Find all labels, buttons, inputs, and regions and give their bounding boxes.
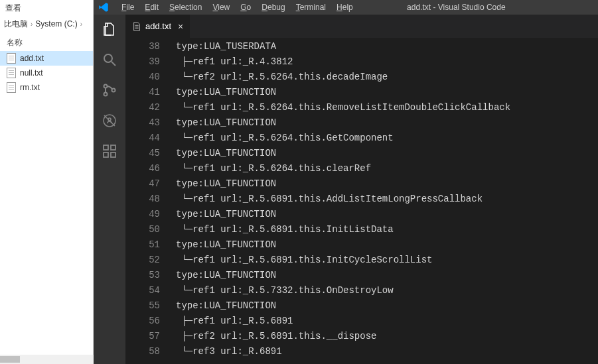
explorer-column-header[interactable]: 名称 (0, 32, 93, 51)
explorer-panel: 查看 比电脑 › System (C:) › 名称 add.txtnull.tx… (0, 0, 94, 364)
line-number: 47 (125, 176, 160, 192)
vscode-window: FileEditSelectionViewGoDebugTerminalHelp… (94, 0, 598, 364)
scrollbar-thumb[interactable] (0, 356, 20, 363)
explorer-view-menu[interactable]: 查看 (5, 3, 21, 14)
activity-bar (94, 15, 125, 364)
line-number: 48 (125, 192, 160, 207)
line-number: 39 (125, 54, 160, 70)
file-icon (132, 22, 141, 31)
code-line[interactable]: type:LUA_TFUNCTION (176, 85, 598, 100)
explorer-file-item[interactable]: add.txt (0, 51, 93, 66)
svg-point-4 (112, 89, 115, 92)
editor-area: add.txt × 383940414243444546474849505152… (125, 15, 598, 364)
code-line[interactable]: type:LUA_TUSERDATA (176, 39, 598, 54)
menu-bar: FileEditSelectionViewGoDebugTerminalHelp (116, 3, 358, 12)
svg-rect-8 (104, 145, 108, 150)
explorer-breadcrumb[interactable]: 比电脑 › System (C:) › (0, 16, 93, 32)
code-line[interactable]: type:LUA_TFUNCTION (176, 146, 598, 161)
file-icon (7, 82, 16, 93)
tab-close-icon[interactable]: × (178, 21, 183, 32)
menu-item-view[interactable]: View (207, 3, 235, 12)
line-number: 43 (125, 115, 160, 131)
file-name-label: null.txt (20, 68, 43, 78)
code-line[interactable]: └─ref1 url:_R.5.6264.this.clearRef (176, 161, 598, 176)
svg-point-7 (108, 118, 111, 121)
menu-item-file[interactable]: File (116, 3, 139, 12)
line-number: 53 (125, 268, 160, 283)
file-name-label: rm.txt (20, 83, 40, 92)
code-line[interactable]: └─ref2 url:_R.5.6264.this.decadeImage (176, 70, 598, 85)
menu-item-terminal[interactable]: Terminal (291, 3, 331, 12)
svg-rect-10 (111, 152, 115, 157)
line-number: 40 (125, 70, 160, 85)
file-name-label: add.txt (20, 54, 44, 63)
svg-rect-9 (104, 152, 108, 157)
code-line[interactable]: type:LUA_TFUNCTION (176, 237, 598, 253)
explorer-file-item[interactable]: null.txt (0, 66, 93, 80)
line-number: 54 (125, 283, 160, 298)
code-line[interactable]: type:LUA_TFUNCTION (176, 176, 598, 192)
menu-item-selection[interactable]: Selection (164, 3, 207, 12)
editor-tab[interactable]: add.txt × (125, 15, 190, 38)
svg-point-3 (104, 93, 108, 96)
titlebar: FileEditSelectionViewGoDebugTerminalHelp… (94, 0, 598, 15)
code-line[interactable]: └─ref1 url:_R.5.6891.this.InitCycleScrol… (176, 253, 598, 268)
search-icon[interactable] (100, 50, 119, 69)
explorer-toolbar[interactable]: 查看 (0, 0, 93, 16)
line-number: 44 (125, 131, 160, 146)
debug-icon[interactable] (100, 111, 119, 130)
code-line[interactable]: type:LUA_TFUNCTION (176, 207, 598, 222)
svg-line-1 (112, 62, 115, 66)
code-line[interactable]: ├─ref1 url:_R.4.3812 (176, 54, 598, 70)
code-line[interactable]: ├─ref1 url:_R.5.6891 (176, 314, 598, 329)
line-number: 49 (125, 207, 160, 222)
chevron-right-icon: › (31, 21, 33, 28)
menu-item-edit[interactable]: Edit (139, 3, 164, 12)
line-number-gutter: 3839404142434445464748495051525354555657… (125, 38, 172, 364)
code-editor[interactable]: 3839404142434445464748495051525354555657… (125, 38, 598, 364)
explorer-file-item[interactable]: rm.txt (0, 80, 93, 95)
window-title: add.txt - Visual Studio Code (358, 3, 594, 12)
code-line[interactable]: └─ref1 url:_R.5.6891.this.AddListItemLon… (176, 192, 598, 207)
code-line[interactable]: type:LUA_TFUNCTION (176, 268, 598, 283)
line-number: 55 (125, 298, 160, 314)
line-number: 56 (125, 314, 160, 329)
code-line[interactable]: ├─ref2 url:_R.5.6891.this.__dispose (176, 329, 598, 344)
tab-bar: add.txt × (125, 15, 598, 38)
line-number: 45 (125, 146, 160, 161)
tab-label: add.txt (145, 21, 171, 31)
vscode-logo-icon (98, 1, 110, 13)
svg-point-0 (104, 54, 112, 62)
file-icon (7, 68, 16, 78)
line-number: 38 (125, 39, 160, 54)
code-line[interactable]: └─ref1 url:_R.5.6891.this.InitListData (176, 222, 598, 237)
menu-item-go[interactable]: Go (235, 3, 256, 12)
code-line[interactable]: └─ref3 url:_R.6891 (176, 344, 598, 359)
files-icon[interactable] (100, 20, 119, 38)
svg-rect-11 (111, 145, 115, 150)
git-icon[interactable] (100, 81, 119, 99)
line-number: 42 (125, 100, 160, 115)
menu-item-help[interactable]: Help (331, 3, 358, 12)
line-number: 51 (125, 237, 160, 253)
extensions-icon[interactable] (100, 142, 119, 160)
code-line[interactable]: type:LUA_TFUNCTION (176, 298, 598, 314)
breadcrumb-part[interactable]: System (C:) (35, 19, 77, 29)
line-number: 50 (125, 222, 160, 237)
breadcrumb-part[interactable]: 比电脑 (4, 19, 28, 30)
line-number: 46 (125, 161, 160, 176)
explorer-file-list: add.txtnull.txtrm.txt (0, 51, 93, 95)
code-line[interactable]: └─ref1 url:_R.5.6264.this.RemoveListItem… (176, 100, 598, 115)
code-line[interactable]: type:LUA_TFUNCTION (176, 115, 598, 131)
svg-point-2 (104, 85, 108, 88)
line-number: 41 (125, 85, 160, 100)
code-line[interactable]: └─ref1 url:_R.5.6264.this.GetComponent (176, 131, 598, 146)
explorer-hscrollbar[interactable] (0, 355, 94, 364)
code-line[interactable]: └─ref1 url:_R.5.7332.this.OnDestroyLow (176, 283, 598, 298)
chevron-right-icon: › (80, 21, 82, 28)
line-number: 57 (125, 329, 160, 344)
code-content[interactable]: type:LUA_TUSERDATA ├─ref1 url:_R.4.3812 … (172, 38, 598, 364)
menu-item-debug[interactable]: Debug (256, 3, 290, 12)
file-icon (7, 53, 16, 64)
line-number: 52 (125, 253, 160, 268)
